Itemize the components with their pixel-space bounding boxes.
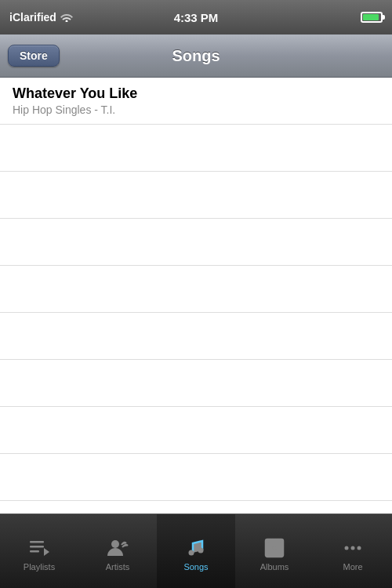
svg-point-11 — [351, 546, 355, 550]
playlist-icon — [28, 537, 50, 559]
song-row[interactable]: Whatever You Like Hip Hop Singles - T.I. — [0, 78, 392, 125]
tab-songs-label: Songs — [183, 562, 208, 572]
carrier-text: iClarified — [9, 11, 56, 24]
tab-songs[interactable]: Songs — [157, 514, 235, 588]
empty-row — [0, 454, 392, 501]
svg-rect-1 — [30, 546, 44, 548]
empty-row — [0, 360, 392, 407]
svg-point-12 — [358, 546, 361, 550]
status-bar: iClarified 4:33 PM — [0, 0, 392, 34]
tab-artists[interactable]: Artists — [78, 514, 157, 588]
nav-title: Songs — [172, 47, 220, 65]
status-time: 4:33 PM — [174, 11, 219, 24]
svg-marker-3 — [44, 548, 49, 556]
svg-point-9 — [273, 546, 277, 550]
tab-playlists-label: Playlists — [24, 562, 55, 572]
store-button[interactable]: Store — [8, 45, 60, 67]
tab-playlists[interactable]: Playlists — [0, 514, 78, 588]
svg-point-6 — [198, 548, 204, 554]
content-area: Whatever You Like Hip Hop Singles - T.I. — [0, 78, 392, 514]
svg-point-4 — [111, 540, 119, 548]
svg-point-5 — [189, 550, 194, 556]
song-title: Whatever You Like — [13, 85, 379, 102]
empty-row — [0, 266, 392, 313]
empty-row — [0, 313, 392, 360]
battery-icon — [361, 12, 383, 23]
svg-rect-2 — [30, 550, 39, 553]
note-icon — [185, 537, 207, 559]
tab-bar: Playlists Artists Songs Albums — [0, 514, 392, 588]
artist-icon — [107, 537, 129, 559]
empty-row — [0, 125, 392, 172]
tab-more-label: More — [343, 562, 362, 572]
empty-row — [0, 407, 392, 454]
tab-artists-label: Artists — [106, 562, 130, 572]
battery-fill — [363, 14, 379, 20]
song-subtitle: Hip Hop Singles - T.I. — [13, 103, 379, 116]
empty-row — [0, 172, 392, 219]
nav-bar: Store Songs — [0, 34, 392, 78]
tab-albums-label: Albums — [260, 562, 289, 572]
more-icon — [342, 537, 364, 559]
carrier-wifi: iClarified — [9, 11, 73, 24]
battery-indicator — [361, 12, 383, 23]
album-icon — [263, 537, 285, 559]
svg-point-10 — [345, 546, 349, 550]
empty-row — [0, 219, 392, 266]
svg-rect-0 — [30, 541, 44, 543]
wifi-icon — [60, 13, 73, 22]
tab-albums[interactable]: Albums — [235, 514, 314, 588]
tab-more[interactable]: More — [314, 514, 392, 588]
